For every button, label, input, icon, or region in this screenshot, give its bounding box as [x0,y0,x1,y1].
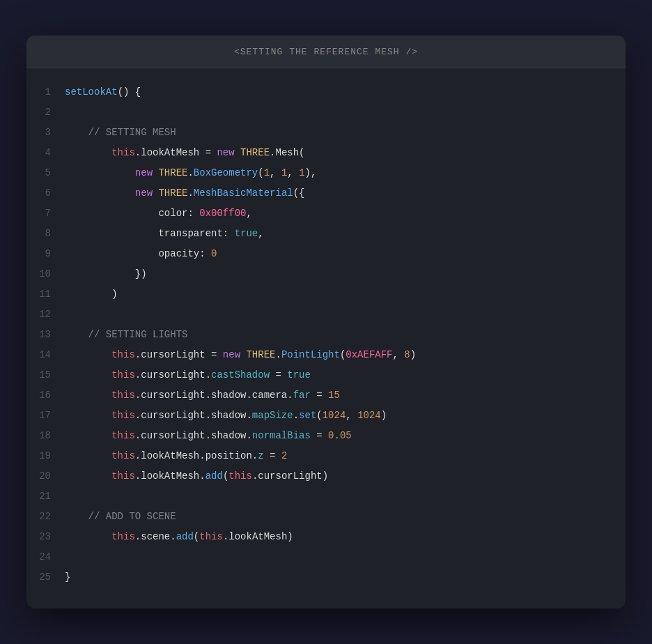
line-number: 7 [26,204,65,223]
token: ) [381,410,387,421]
code-line: 12 [26,305,626,325]
code-area: 1setLookAt() {23 // SETTING MESH4 this.l… [26,68,626,608]
line-content: ) [65,285,118,304]
token: z [258,450,263,461]
token: far [293,390,311,401]
line-content: this.lookAtMesh.position.z = 2 [65,447,287,466]
line-content: new THREE.BoxGeometry(1, 1, 1), [65,164,316,183]
token: .cursorLight.shadow.camera. [135,390,293,401]
token [65,167,135,178]
line-content: color: 0x00ff00, [65,204,252,223]
line-content: // SETTING MESH [65,123,176,142]
token: 0xAEFAFF [346,349,392,360]
token: opacity: [65,248,211,259]
token: , [346,410,357,421]
line-number: 14 [26,346,65,365]
code-line: 19 this.lookAtMesh.position.z = 2 [26,446,626,466]
token: THREE [158,187,187,199]
code-line: 17 this.cursorLight.shadow.mapSize.set(1… [26,406,626,426]
token: ), [305,167,317,178]
line-content: // ADD TO SCENE [65,507,176,526]
token: this [111,410,135,421]
code-line: 8 transparent: true, [26,224,626,244]
token: add [205,470,223,482]
token: this [111,470,135,482]
line-number: 13 [26,325,65,344]
token: .cursorLight) [252,470,328,482]
token: normalBias [252,430,311,441]
line-number: 6 [26,184,65,203]
token: 0.05 [328,430,352,441]
code-line: 1setLookAt() { [26,82,626,102]
token: this [228,470,252,482]
line-number: 3 [26,123,65,142]
line-number: 11 [26,285,65,304]
token: () { [118,86,141,98]
code-line: 16 this.cursorLight.shadow.camera.far = … [26,385,626,406]
token: . [187,187,193,199]
code-line: 14 this.cursorLight = new THREE.PointLig… [26,345,626,365]
line-number: 2 [26,103,65,122]
line-number: 19 [26,447,65,466]
title-text: <SETTING THE REFERENCE MESH /> [234,47,418,57]
line-number: 21 [26,487,65,506]
code-line: 20 this.lookAtMesh.add(this.cursorLight) [26,466,626,486]
token: BoxGeometry [194,167,258,178]
code-line: 21 [26,486,626,507]
token: 0 [211,248,217,259]
token [65,410,111,421]
line-content: this.lookAtMesh.add(this.cursorLight) [65,467,328,486]
token: .cursorLight.shadow. [135,410,252,421]
line-number: 23 [26,528,65,546]
code-line: 6 new THREE.MeshBasicMaterial({ [26,183,626,204]
line-number: 1 [26,83,65,102]
token: true [287,369,311,381]
token: add [176,531,194,542]
token: , [287,167,299,178]
code-line: 23 this.scene.add(this.lookAtMesh) [26,527,626,547]
code-line: 25} [26,567,626,588]
token: this [111,349,135,360]
token: .cursorLight = [135,349,223,360]
token: ({ [293,187,305,199]
token: // SETTING LIGHTS [65,329,187,340]
token: ) [65,289,118,300]
line-content: // SETTING LIGHTS [65,325,187,344]
token [65,187,135,199]
token: 1024 [357,410,381,421]
token: set [299,410,316,421]
token: mapSize [252,410,293,421]
token: = [270,369,287,381]
line-content: opacity: 0 [65,245,217,263]
token [65,531,111,542]
code-line: 3 // SETTING MESH [26,123,626,143]
token: this [111,147,135,158]
token: 1024 [323,410,346,421]
line-number: 5 [26,164,65,183]
token: , [393,349,405,360]
token: THREE [246,349,275,360]
token: 1 [299,167,304,178]
line-content: new THREE.MeshBasicMaterial({ [65,184,305,203]
code-line: 7 color: 0x00ff00, [26,204,626,224]
token: this [111,450,135,461]
line-content: transparent: true, [65,224,264,243]
token: . [187,167,193,178]
token: ( [194,531,199,542]
token: THREE [240,147,270,158]
token: color: [65,208,199,219]
token: this [111,531,135,542]
token: 8 [404,349,410,360]
token: .scene. [135,531,176,542]
token: .lookAtMesh) [223,531,293,542]
line-number: 17 [26,406,65,425]
line-number: 4 [26,144,65,162]
line-content: } [65,568,70,587]
code-line: 4 this.lookAtMesh = new THREE.Mesh( [26,143,626,163]
code-line: 18 this.cursorLight.shadow.normalBias = … [26,426,626,446]
token: .lookAtMesh = [135,147,217,158]
token: 2 [281,450,287,461]
code-line: 13 // SETTING LIGHTS [26,325,626,345]
code-line: 10 }) [26,264,626,284]
token: .lookAtMesh.position. [135,450,258,461]
